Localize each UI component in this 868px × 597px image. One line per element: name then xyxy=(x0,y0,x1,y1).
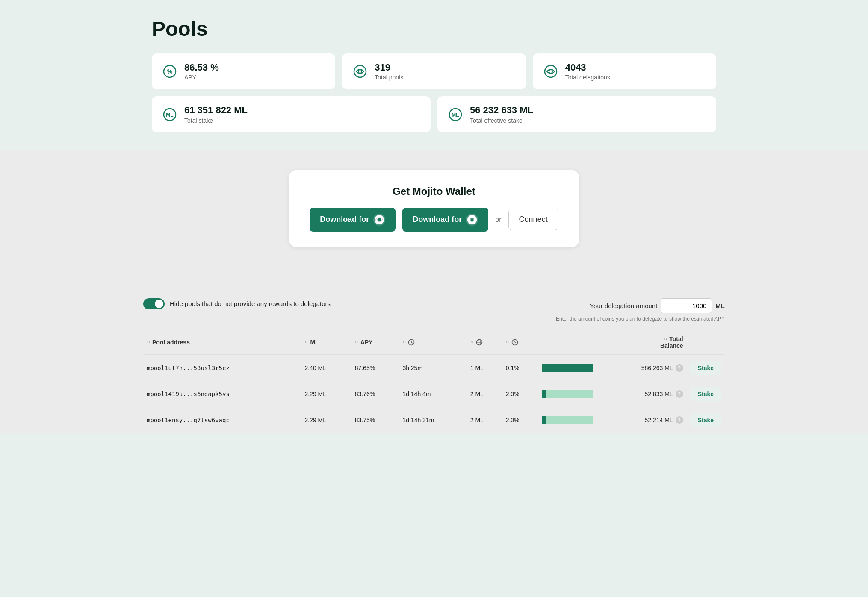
action-cell: Stake xyxy=(687,407,725,433)
col-header-apy[interactable]: ↑↓ APY xyxy=(351,330,399,355)
pct-cell: 2.0% xyxy=(502,381,538,407)
svg-text:%: % xyxy=(167,68,173,75)
effective-stake-icon: ML xyxy=(448,107,463,122)
balance-cell: 52 833 ML ? xyxy=(601,381,687,407)
download-btn1-label: Download for xyxy=(320,215,369,224)
stake-bar-row xyxy=(542,364,597,372)
col-header-time1[interactable]: ↑↓ xyxy=(399,330,466,355)
pools-icon xyxy=(352,64,368,79)
sort-arrows-globe: ↑↓ xyxy=(470,340,474,344)
stat-card-total-pools: 319 Total pools xyxy=(342,53,526,89)
sort-arrows-apy: ↑↓ xyxy=(355,340,358,344)
pools-tbody: mpool1ut7n...53usl3r5cz 2.40 ML 87.65% 3… xyxy=(143,355,725,433)
download-btn-1[interactable]: Download for xyxy=(310,208,396,232)
delegation-unit: ML xyxy=(715,302,725,309)
wallet-card: Get Mojito Wallet Download for xyxy=(289,170,579,247)
wallet-title: Get Mojito Wallet xyxy=(310,185,558,197)
question-badge[interactable]: ? xyxy=(676,364,683,372)
stat-pools-content: 319 Total pools xyxy=(375,62,403,81)
balance-value: 52 214 ML xyxy=(644,417,673,423)
balance-cell: 586 263 ML ? xyxy=(601,355,687,381)
svg-point-5 xyxy=(549,70,552,73)
connect-button[interactable]: Connect xyxy=(508,209,558,230)
stat-card-apy: % 86.53 % APY xyxy=(152,53,335,89)
time1-cell: 3h 25m xyxy=(399,355,466,381)
col-header-globe[interactable]: ↑↓ xyxy=(467,330,502,355)
stat-card-total-stake: ML 61 351 822 ML Total stake xyxy=(152,96,431,132)
clock-icon-1 xyxy=(408,339,415,346)
pool-address-cell: mpool1ensy...q7tsw6vaqc xyxy=(143,407,301,433)
firefox-icon xyxy=(466,214,478,226)
balance-display: 52 833 ML ? xyxy=(604,390,683,398)
apy-icon: % xyxy=(162,64,177,79)
col-header-action xyxy=(687,330,725,355)
total-pools-value: 319 xyxy=(375,62,403,73)
col-header-ml[interactable]: ↑↓ ML xyxy=(301,330,351,355)
question-badge[interactable]: ? xyxy=(676,390,683,398)
hide-pools-toggle[interactable] xyxy=(143,298,165,309)
or-text: or xyxy=(495,216,501,224)
stake-button[interactable]: Stake xyxy=(690,387,721,401)
delegation-hint: Enter the amount of coins you plan to de… xyxy=(556,316,725,322)
toggle-text: Hide pools that do not provide any rewar… xyxy=(170,300,331,307)
stats-grid-top: % 86.53 % APY 319 Total pools xyxy=(152,53,716,89)
sort-arrows-balance: ↑↓ xyxy=(664,337,667,341)
stat-card-effective-stake: ML 56 232 633 ML Total effective stake xyxy=(437,96,716,132)
sort-arrows-address: ↑↓ xyxy=(147,340,150,344)
ml-cell: 2.29 ML xyxy=(301,407,351,433)
svg-point-11 xyxy=(378,218,381,221)
table-row: mpool1419u...s6nqapk5ys 2.29 ML 83.76% 1… xyxy=(143,381,725,407)
question-badge[interactable]: ? xyxy=(676,416,683,424)
amount-cell: 1 ML xyxy=(467,355,502,381)
stake-bar-row xyxy=(542,390,597,398)
svg-point-14 xyxy=(471,218,473,221)
time1-cell: 1d 14h 31m xyxy=(399,407,466,433)
delegation-input[interactable] xyxy=(661,298,712,313)
svg-text:ML: ML xyxy=(166,112,173,118)
total-delegations-label: Total delegations xyxy=(565,74,610,81)
table-row: mpool1ut7n...53usl3r5cz 2.40 ML 87.65% 3… xyxy=(143,355,725,381)
apy-cell: 83.76% xyxy=(351,381,399,407)
table-row: mpool1ensy...q7tsw6vaqc 2.29 ML 83.75% 1… xyxy=(143,407,725,433)
pool-address-cell: mpool1419u...s6nqapk5ys xyxy=(143,381,301,407)
balance-cell: 52 214 ML ? xyxy=(601,407,687,433)
table-header-row: ↑↓ Pool address ↑↓ ML ↑↓ APY xyxy=(143,330,725,355)
apy-cell: 87.65% xyxy=(351,355,399,381)
chrome-icon xyxy=(373,214,385,226)
pct-cell: 0.1% xyxy=(502,355,538,381)
bar-cell xyxy=(538,355,601,381)
sort-arrows-time2: ↑↓ xyxy=(506,340,509,344)
bar-cell xyxy=(538,407,601,433)
stat-delegations-content: 4043 Total delegations xyxy=(565,62,610,81)
stat-card-total-delegations: 4043 Total delegations xyxy=(533,53,716,89)
stats-grid-bottom: ML 61 351 822 ML Total stake ML 56 232 6… xyxy=(152,96,716,132)
stat-apy-content: 86.53 % APY xyxy=(184,62,219,81)
svg-line-17 xyxy=(411,342,413,343)
stat-effective-content: 56 232 633 ML Total effective stake xyxy=(470,105,533,124)
delegation-input-group: Your delegation amount ML Enter the amou… xyxy=(556,298,725,322)
pool-address: mpool1ensy...q7tsw6vaqc xyxy=(147,417,230,423)
col-header-pool-address[interactable]: ↑↓ Pool address xyxy=(143,330,301,355)
stake-button[interactable]: Stake xyxy=(690,413,721,427)
svg-text:ML: ML xyxy=(452,112,459,118)
amount-cell: 2 ML xyxy=(467,381,502,407)
sort-arrows-time1: ↑↓ xyxy=(402,340,406,344)
amount-cell: 2 ML xyxy=(467,407,502,433)
action-cell: Stake xyxy=(687,355,725,381)
apy-value: 86.53 % xyxy=(184,62,219,73)
col-header-time2[interactable]: ↑↓ xyxy=(502,330,538,355)
balance-value: 52 833 ML xyxy=(644,391,673,397)
stat-stake-content: 61 351 822 ML Total stake xyxy=(184,105,248,124)
toggle-label[interactable]: Hide pools that do not provide any rewar… xyxy=(143,298,331,309)
bar-cell xyxy=(538,381,601,407)
balance-display: 52 214 ML ? xyxy=(604,416,683,424)
col-header-total-balance[interactable]: ↑↓ Total Balance xyxy=(601,330,687,355)
stake-bar-row xyxy=(542,416,597,424)
stake-button[interactable]: Stake xyxy=(690,361,721,375)
page-title: Pools xyxy=(152,17,716,41)
delegation-row: Your delegation amount ML xyxy=(590,298,725,313)
pct-cell: 2.0% xyxy=(502,407,538,433)
globe-icon xyxy=(476,339,483,346)
apy-label: APY xyxy=(184,74,219,81)
download-btn-2[interactable]: Download for xyxy=(402,208,488,232)
